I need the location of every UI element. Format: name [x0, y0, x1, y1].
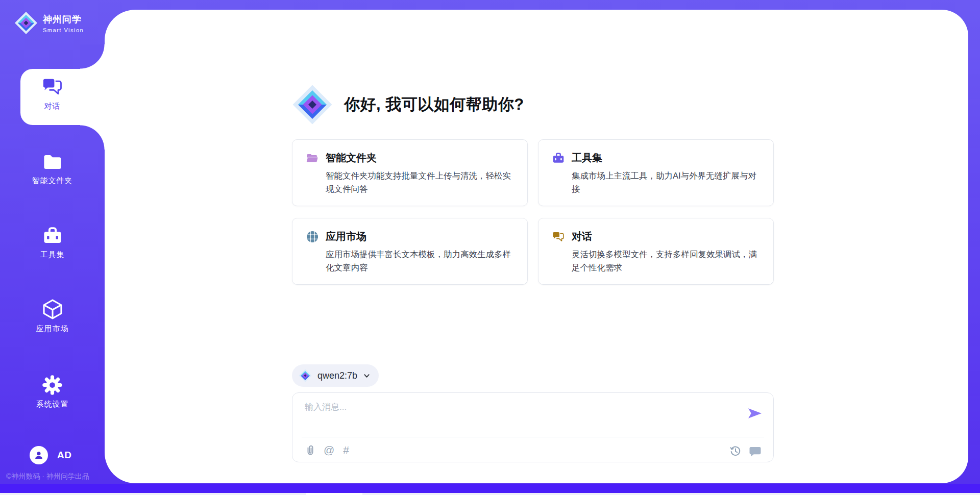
sidebar-item-label: 应用市场 [0, 324, 105, 334]
hash-icon[interactable]: # [343, 444, 349, 456]
composer-toolbar: @ # [305, 444, 349, 456]
cube-icon [41, 298, 64, 320]
tab-fillet-bottom [80, 125, 105, 150]
brand: 神州问学 Smart Vision [14, 11, 84, 35]
paperclip-icon[interactable] [305, 444, 315, 456]
greeting-diamond-logo [292, 84, 333, 125]
composer-divider [302, 437, 764, 437]
card-title: 应用市场 [326, 230, 366, 243]
brand-name: 神州问学 [43, 13, 84, 26]
brand-subtitle: Smart Vision [43, 27, 84, 33]
message-input[interactable] [305, 401, 739, 431]
model-selector[interactable]: qwen2:7b [292, 364, 379, 387]
briefcase-icon [552, 152, 565, 165]
sidebar-item-label: 工具集 [0, 250, 105, 260]
greeting: 你好, 我可以如何帮助你? [292, 84, 524, 125]
card-toolset[interactable]: 工具集 集成市场上主流工具，助力AI与外界无缝扩展与对接 [538, 139, 774, 206]
chat-icon [41, 76, 64, 98]
brand-diamond-icon [14, 11, 38, 35]
card-title: 工具集 [572, 151, 602, 165]
history-icon[interactable] [730, 445, 741, 457]
person-icon [34, 450, 44, 460]
card-app-market[interactable]: 应用市场 应用市场提供丰富长文本模板，助力高效生成多样化文章内容 [292, 218, 528, 285]
chat-bubble-icon[interactable] [749, 446, 761, 457]
card-description: 灵活切换多模型文件，支持多样回复效果调试，满足个性化需求 [572, 248, 760, 274]
sidebar-item-chat[interactable]: 对话 [0, 76, 105, 111]
bottom-accent-strip [0, 484, 980, 493]
sidebar: 神州问学 Smart Vision 对话 智能文件夹 工具集 应用市场 系统设置 [0, 0, 105, 484]
sidebar-item-label: 智能文件夹 [0, 176, 105, 186]
briefcase-icon [42, 225, 63, 246]
avatar [30, 446, 48, 464]
folder-icon [42, 151, 63, 172]
card-title: 智能文件夹 [326, 151, 377, 165]
user-initials: AD [57, 450, 71, 461]
card-title: 对话 [572, 230, 592, 243]
grid-sphere-icon [306, 230, 319, 243]
sidebar-item-smart-folders[interactable]: 智能文件夹 [0, 151, 105, 186]
chat-icon [552, 230, 565, 243]
sidebar-footer-text: ©神州数码 · 神州问学出品 [6, 472, 89, 481]
user-account[interactable]: AD [30, 446, 71, 464]
sidebar-item-toolset[interactable]: 工具集 [0, 225, 105, 260]
sidebar-item-label: 对话 [0, 102, 105, 111]
app-window: 神州问学 Smart Vision 对话 智能文件夹 工具集 应用市场 系统设置 [0, 0, 980, 495]
sidebar-item-settings[interactable]: 系统设置 [0, 374, 105, 409]
model-diamond-logo [299, 369, 312, 382]
card-description: 集成市场上主流工具，助力AI与外界无缝扩展与对接 [572, 169, 760, 195]
card-chat[interactable]: 对话 灵活切换多模型文件，支持多样回复效果调试，满足个性化需求 [538, 218, 774, 285]
scrollbar-thumb[interactable] [306, 493, 362, 495]
at-icon[interactable]: @ [324, 444, 334, 456]
feature-cards: 智能文件夹 智能文件夹功能支持批量文件上传与清洗，轻松实现文件问答 工具集 集成… [292, 139, 774, 285]
chevron-down-icon [363, 372, 371, 380]
send-icon[interactable] [748, 407, 762, 420]
card-description: 应用市场提供丰富长文本模板，助力高效生成多样化文章内容 [326, 248, 514, 274]
sidebar-item-app-market[interactable]: 应用市场 [0, 298, 105, 334]
composer-right-toolbar [730, 445, 761, 457]
message-composer: @ # [292, 392, 774, 462]
main-surface: 你好, 我可以如何帮助你? 智能文件夹 智能文件夹功能支持批量文件上传与清洗，轻… [105, 10, 968, 483]
sidebar-item-label: 系统设置 [0, 400, 105, 409]
horizontal-scrollbar[interactable] [0, 493, 980, 495]
gear-icon [41, 374, 63, 396]
card-smart-folders[interactable]: 智能文件夹 智能文件夹功能支持批量文件上传与清洗，轻松实现文件问答 [292, 139, 528, 206]
tab-fillet-top [80, 44, 105, 69]
card-description: 智能文件夹功能支持批量文件上传与清洗，轻松实现文件问答 [326, 169, 514, 195]
model-name: qwen2:7b [317, 370, 357, 381]
greeting-title: 你好, 我可以如何帮助你? [344, 94, 524, 115]
folder-open-icon [306, 152, 319, 165]
